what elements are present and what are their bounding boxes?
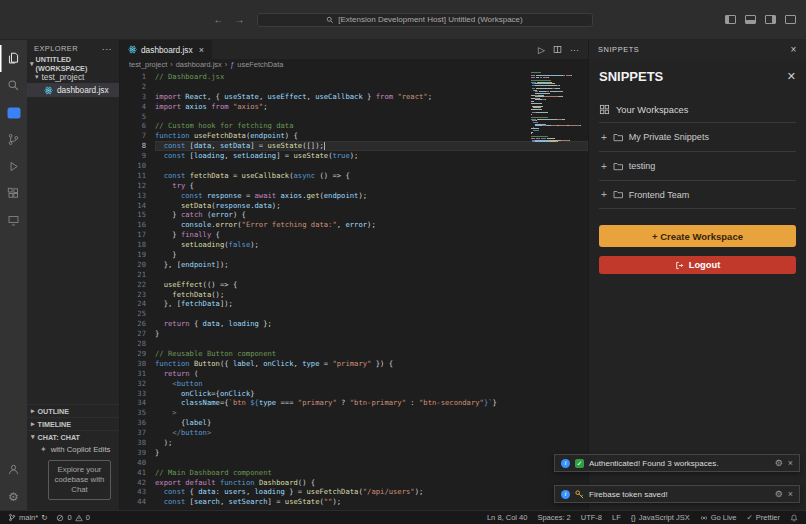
code-line[interactable]: // Main Dashboard component <box>155 468 588 478</box>
code-line[interactable]: > <box>155 408 588 418</box>
code-line[interactable]: {label} <box>155 418 588 428</box>
folder-test-project[interactable]: ▾ test_project <box>27 70 119 83</box>
back-button[interactable]: ← <box>214 14 224 25</box>
workspace-row[interactable]: +Frontend Team <box>599 180 796 209</box>
customize-layout-icon[interactable] <box>785 15 796 24</box>
search-sidebar-icon[interactable] <box>0 72 27 99</box>
code-line[interactable]: import React, { useState, useEffect, use… <box>155 92 588 102</box>
sync-icon[interactable]: ↻ <box>41 513 47 522</box>
go-live-item[interactable]: Go Live <box>700 513 737 522</box>
outline-section[interactable]: ▸ OUTLINE <box>27 404 119 417</box>
chat-copilot-item[interactable]: ✦ with Copilot Edits <box>27 443 119 457</box>
prettier-item[interactable]: ✓ Prettier <box>747 513 780 522</box>
cursor-position-item[interactable]: Ln 8, Col 40 <box>487 513 527 522</box>
code-line[interactable]: setLoading(false); <box>155 240 588 250</box>
command-center-search[interactable]: [Extension Development Host] Untitled (W… <box>257 13 593 27</box>
code-line[interactable]: const fetchData = useCallback(async () =… <box>155 171 588 181</box>
accounts-icon[interactable] <box>0 456 27 483</box>
file-dashboard-jsx[interactable]: dashboard.jsx <box>27 83 119 97</box>
notification-settings-icon[interactable]: ⚙ <box>775 489 783 499</box>
chat-welcome-box[interactable]: Explore your codebase with Chat <box>48 460 111 500</box>
code-line[interactable]: export default function Dashboard() { <box>155 478 588 488</box>
run-debug-icon[interactable] <box>0 153 27 180</box>
encoding-item[interactable]: UTF-8 <box>581 513 602 522</box>
code-line[interactable]: const { data: users, loading } = useFetc… <box>155 487 588 497</box>
panel-tab-snippets[interactable]: SNIPPETS <box>598 45 639 54</box>
create-workspace-button[interactable]: + Create Workspace <box>599 225 796 247</box>
remote-explorer-icon[interactable] <box>0 207 27 234</box>
code-line[interactable]: useEffect(() => { <box>155 280 588 290</box>
code-line[interactable]: } finally { <box>155 230 588 240</box>
toggle-secondary-sidebar-icon[interactable] <box>765 15 776 24</box>
notification-settings-icon[interactable]: ⚙ <box>775 458 783 468</box>
run-file-icon[interactable]: ▷ <box>538 45 545 55</box>
explorer-actions-icon[interactable]: ··· <box>102 44 112 54</box>
notification-close-icon[interactable]: × <box>788 458 793 468</box>
extensions-icon[interactable] <box>0 180 27 207</box>
code-line[interactable]: return ( <box>155 369 588 379</box>
logout-button[interactable]: Logout <box>599 256 796 274</box>
code-editor[interactable]: 1234567891011121314151617181920212223242… <box>120 70 588 510</box>
code-line[interactable]: console.error("Error fetching data:", er… <box>155 220 588 230</box>
add-snippet-icon[interactable]: + <box>601 132 607 143</box>
close-tab-icon[interactable]: × <box>199 45 204 55</box>
add-snippet-icon[interactable]: + <box>601 161 607 172</box>
code-line[interactable] <box>155 339 588 349</box>
forward-button[interactable]: → <box>235 14 245 25</box>
code-line[interactable]: const response = await axios.get(endpoin… <box>155 191 588 201</box>
snippets-extension-icon[interactable] <box>0 99 27 126</box>
minimap[interactable] <box>531 72 587 143</box>
code-line[interactable] <box>155 309 588 319</box>
git-branch-item[interactable]: main* ↻ <box>8 513 47 522</box>
notification-toast[interactable]: iFirebase token saved!⚙× <box>554 485 800 503</box>
code-line[interactable]: } <box>155 329 588 339</box>
code-line[interactable]: // Custom hook for fetching data <box>155 121 588 131</box>
source-control-icon[interactable] <box>0 126 27 153</box>
code-line[interactable]: import axios from "axios"; <box>155 102 588 112</box>
settings-gear-icon[interactable]: ⚙ <box>0 483 27 510</box>
language-item[interactable]: {} JavaScript JSX <box>631 513 690 522</box>
code-line[interactable]: fetchData(); <box>155 290 588 300</box>
split-editor-icon[interactable] <box>553 45 562 54</box>
code-line[interactable]: } <box>155 250 588 260</box>
workspace-row[interactable]: +My Private Snippets <box>599 122 796 151</box>
add-snippet-icon[interactable]: + <box>601 189 607 200</box>
code-lines[interactable]: // Dashboard.jsximport React, { useState… <box>146 72 588 510</box>
toggle-panel-icon[interactable] <box>745 15 756 24</box>
code-line[interactable]: className={`btn ${type === "primary" ? "… <box>155 398 588 408</box>
close-panel-tab-icon[interactable]: × <box>791 44 797 55</box>
code-line[interactable] <box>155 458 588 468</box>
code-line[interactable]: // Reusable Button component <box>155 349 588 359</box>
code-line[interactable]: const [search, setSearch] = useState("")… <box>155 497 588 507</box>
code-line[interactable]: </button> <box>155 428 588 438</box>
timeline-section[interactable]: ▸ TIMELINE <box>27 417 119 430</box>
breadcrumb-folder[interactable]: test_project <box>129 60 167 69</box>
code-line[interactable]: ); <box>155 438 588 448</box>
code-line[interactable] <box>155 82 588 92</box>
notifications-bell-icon[interactable] <box>790 514 798 522</box>
toggle-sidebar-icon[interactable] <box>725 15 736 24</box>
chat-section[interactable]: ▾ CHAT: CHAT <box>27 430 119 443</box>
code-line[interactable]: // Dashboard.jsx <box>155 72 588 82</box>
notification-toast[interactable]: i✓Authenticated! Found 3 workspaces.⚙× <box>554 454 800 472</box>
breadcrumb-file[interactable]: dashboard.jsx <box>176 60 222 69</box>
code-line[interactable]: } catch (error) { <box>155 210 588 220</box>
code-line[interactable]: return { data, loading }; <box>155 319 588 329</box>
code-line[interactable]: <button <box>155 379 588 389</box>
code-line[interactable]: function useFetchData(endpoint) { <box>155 131 588 141</box>
code-line[interactable]: }, [fetchData]); <box>155 299 588 309</box>
eol-item[interactable]: LF <box>612 513 621 522</box>
close-icon[interactable]: ✕ <box>787 70 796 83</box>
code-line[interactable]: try { <box>155 181 588 191</box>
code-line[interactable] <box>155 161 588 171</box>
workspace-row[interactable]: +testing <box>599 151 796 180</box>
indentation-item[interactable]: Spaces: 2 <box>537 513 570 522</box>
code-line[interactable]: } <box>155 448 588 458</box>
code-line[interactable]: const [loading, setLoading] = useState(t… <box>155 151 588 161</box>
code-line[interactable]: setData(response.data); <box>155 201 588 211</box>
breadcrumb-symbol[interactable]: useFetchData <box>237 60 283 69</box>
code-line[interactable]: const [data, setData] = useState([]); <box>155 141 588 151</box>
code-line[interactable]: onClick={onClick} <box>155 389 588 399</box>
code-line[interactable] <box>155 270 588 280</box>
notification-close-icon[interactable]: × <box>788 489 793 499</box>
